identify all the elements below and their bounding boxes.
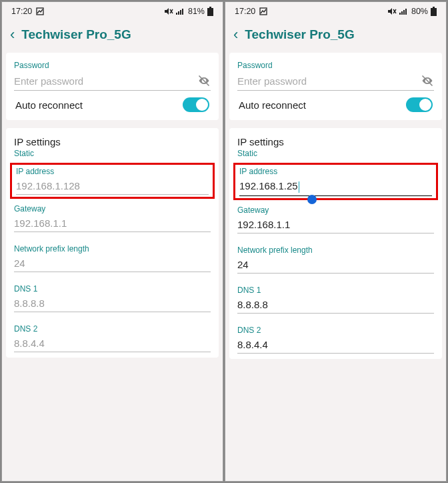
visibility-off-icon[interactable] <box>421 74 434 87</box>
dns1-input[interactable]: 8.8.8.8 <box>237 299 434 310</box>
battery-icon <box>207 7 213 16</box>
text-cursor <box>299 181 300 193</box>
prefix-input[interactable]: 24 <box>14 258 211 269</box>
svg-rect-5 <box>180 10 181 15</box>
svg-rect-15 <box>403 10 405 15</box>
password-label: Password <box>14 61 211 70</box>
dns1-label: DNS 1 <box>14 284 211 294</box>
ip-address-label: IP address <box>239 167 432 176</box>
dns2-input[interactable]: 8.8.4.4 <box>14 338 211 349</box>
svg-rect-17 <box>433 7 435 8</box>
prefix-input[interactable]: 24 <box>237 259 434 270</box>
prefix-row[interactable]: 24 <box>14 258 211 272</box>
dns2-label: DNS 2 <box>14 324 211 334</box>
signal-icon <box>176 7 185 15</box>
mute-icon <box>387 7 397 15</box>
password-input[interactable]: Enter password <box>237 75 421 87</box>
svg-rect-13 <box>399 13 401 15</box>
prefix-row[interactable]: 24 <box>237 259 434 274</box>
ip-address-highlight: IP address 192.168.1.25 <box>233 163 438 200</box>
dns1-input[interactable]: 8.8.8.8 <box>14 298 211 309</box>
dns2-row[interactable]: 8.8.4.4 <box>14 338 211 352</box>
svg-rect-4 <box>178 11 179 15</box>
svg-rect-6 <box>182 9 183 15</box>
gateway-row[interactable]: 192.168.1.1 <box>237 219 434 233</box>
svg-rect-16 <box>405 9 407 15</box>
svg-rect-8 <box>207 8 213 16</box>
ip-settings-card: IP settings Static IP address 192.168.1.… <box>229 128 442 359</box>
auto-reconnect-label: Auto reconnect <box>15 99 83 111</box>
ip-settings-mode[interactable]: Static <box>237 149 434 158</box>
phone-left: 17:20 81% ‹ Techwiser Pro_5G Password En… <box>1 1 223 482</box>
ip-address-row[interactable]: 192.168.1.25 <box>239 180 432 196</box>
gateway-label: Gateway <box>237 205 434 215</box>
phone-right: 17:20 80% ‹ Techwiser Pro_5G Password En… <box>225 1 447 482</box>
dns1-row[interactable]: 8.8.8.8 <box>14 298 211 312</box>
gateway-row[interactable]: 192.168.1.1 <box>14 217 211 232</box>
status-time: 17:20 <box>11 7 32 16</box>
ip-address-highlight: IP address 192.168.1.128 <box>10 163 215 199</box>
dns2-input[interactable]: 8.8.4.4 <box>237 339 434 350</box>
auto-reconnect-toggle[interactable] <box>406 97 433 112</box>
gateway-input[interactable]: 192.168.1.1 <box>237 219 434 230</box>
dns2-label: DNS 2 <box>237 326 434 335</box>
status-battery: 80% <box>411 7 428 16</box>
ip-address-row[interactable]: 192.168.1.128 <box>16 180 209 195</box>
picture-icon <box>259 7 267 15</box>
status-bar: 17:20 80% <box>225 2 446 21</box>
auto-reconnect-toggle[interactable] <box>183 97 209 112</box>
ip-address-label: IP address <box>16 167 209 176</box>
status-bar: 17:20 81% <box>2 2 223 21</box>
cursor-handle-icon[interactable] <box>307 195 317 204</box>
ip-settings-mode[interactable]: Static <box>14 149 211 158</box>
back-icon[interactable]: ‹ <box>10 27 15 42</box>
password-input-row[interactable]: Enter password <box>237 74 434 91</box>
gateway-label: Gateway <box>14 204 211 213</box>
page-title: Techwiser Pro_5G <box>21 27 131 42</box>
header: ‹ Techwiser Pro_5G <box>225 21 446 53</box>
signal-icon <box>399 7 409 15</box>
ip-address-input[interactable]: 192.168.1.25 <box>239 180 432 193</box>
dns1-row[interactable]: 8.8.8.8 <box>237 299 434 314</box>
dns1-label: DNS 1 <box>237 286 434 295</box>
svg-rect-14 <box>401 11 403 15</box>
password-auto-card: Password Enter password Auto reconnect <box>229 53 442 120</box>
svg-rect-3 <box>176 13 177 15</box>
page-title: Techwiser Pro_5G <box>245 27 354 42</box>
password-auto-card: Password Enter password Auto reconnect <box>6 53 219 120</box>
password-label: Password <box>237 61 434 70</box>
ip-settings-card: IP settings Static IP address 192.168.1.… <box>6 128 219 358</box>
password-input[interactable]: Enter password <box>14 75 197 87</box>
gateway-input[interactable]: 192.168.1.1 <box>14 217 211 229</box>
prefix-label: Network prefix length <box>14 244 211 254</box>
password-input-row[interactable]: Enter password <box>14 74 211 91</box>
svg-rect-18 <box>431 8 437 16</box>
status-battery: 81% <box>188 7 205 16</box>
svg-rect-7 <box>209 7 211 8</box>
back-icon[interactable]: ‹ <box>233 27 238 42</box>
visibility-off-icon[interactable] <box>197 74 211 87</box>
header: ‹ Techwiser Pro_5G <box>2 21 223 53</box>
picture-icon <box>36 7 44 15</box>
ip-settings-title: IP settings <box>237 136 434 147</box>
auto-reconnect-label: Auto reconnect <box>239 99 306 111</box>
ip-settings-title: IP settings <box>14 136 211 147</box>
mute-icon <box>164 7 173 15</box>
prefix-label: Network prefix length <box>237 246 434 255</box>
battery-icon <box>431 7 437 16</box>
status-time: 17:20 <box>235 7 255 16</box>
ip-address-input[interactable]: 192.168.1.128 <box>16 180 209 191</box>
dns2-row[interactable]: 8.8.4.4 <box>237 339 434 354</box>
